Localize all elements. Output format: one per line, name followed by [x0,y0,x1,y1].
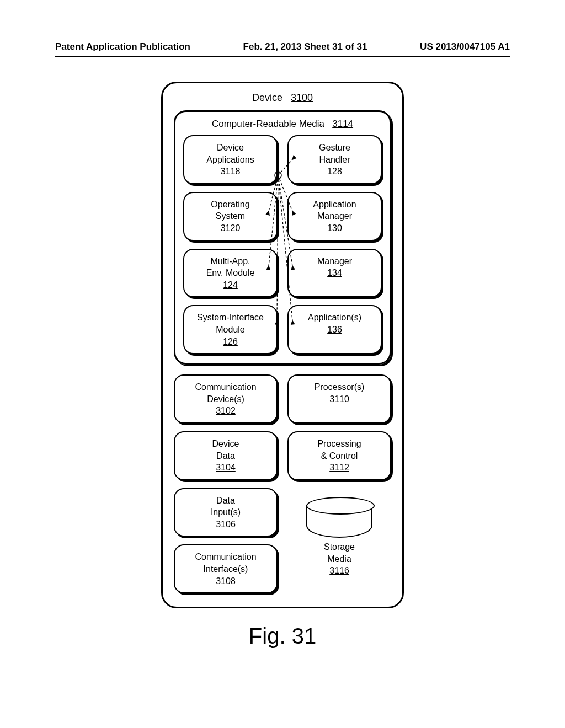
module-line1: Data [216,496,235,505]
module-line1: Device [217,143,244,152]
module-line1: Processor(s) [315,382,365,392]
module-num: 136 [292,324,377,336]
header-center: Feb. 21, 2013 Sheet 31 of 31 [243,41,367,52]
storage-label: Storage Media 3116 [324,541,355,577]
module-line1: Device [212,439,239,448]
figure-caption: Fig. 31 [249,624,316,649]
module-device-data: Device Data 3104 [174,431,278,480]
module-line1: Application [313,200,356,209]
module-line1: Processing [317,439,361,448]
module-num: 134 [292,267,377,279]
module-line1: Multi-App. [210,256,250,266]
module-num: 3120 [188,222,273,234]
module-device-applications: Device Applications 3118 [183,135,278,184]
module-line1: Manager [317,256,352,266]
module-line1: Application(s) [308,313,361,322]
module-line1: Communication [195,552,256,561]
module-communication-interfaces: Communication Interface(s) 3108 [174,544,278,593]
module-line2: Interface(s) [204,564,248,574]
module-applications: Application(s) 136 [287,305,382,354]
module-num: 3104 [178,462,273,474]
module-line2: Manager [317,211,352,221]
module-processors: Processor(s) 3110 [287,374,391,424]
module-line2: Handler [319,155,350,164]
storage-line1: Storage [324,542,355,552]
module-line1: Communication [195,382,256,392]
module-num: 3108 [178,575,273,587]
outer-grid: Communication Device(s) 3102 Processor(s… [174,374,391,593]
module-line2: Module [216,325,244,334]
module-num: 3112 [292,462,387,474]
module-num: 126 [188,336,273,348]
module-line2: Data [216,451,235,461]
header-left: Patent Application Publication [55,41,190,52]
crm-title: Computer-Readable Media 3114 [183,119,382,130]
module-num: 3118 [188,165,273,178]
crm-box: Computer-Readable Media 3114 Device Appl… [174,110,391,365]
module-line1: Gesture [319,143,350,152]
cylinder-icon [306,505,372,538]
left-stack: Data Input(s) 3106 Communication Interfa… [174,488,278,594]
module-num: 128 [292,165,377,178]
module-application-manager: Application Manager 130 [287,192,382,241]
module-line2: System [216,211,245,221]
svg-line-8 [277,175,278,321]
module-line2: Env. Module [206,268,255,277]
module-num: 3102 [178,405,273,417]
crm-label: Computer-Readable Media [212,119,324,129]
module-processing-control: Processing & Control 3112 [287,431,391,480]
storage-media: Storage Media 3116 [287,488,391,594]
device-num: 3100 [291,92,313,103]
module-multi-app-env: Multi-App. Env. Module 124 [183,249,278,298]
figure-area: Device 3100 Computer-Readable Media 3114… [0,77,565,728]
storage-line2: Media [327,554,351,564]
module-num: 3106 [178,518,273,531]
module-line2: Device(s) [207,394,244,404]
module-line2: & Control [321,451,358,461]
module-num: 124 [188,279,273,291]
module-manager: Manager 134 [287,249,382,298]
header-right: US 2013/0047105 A1 [420,41,510,52]
storage-num: 3116 [324,565,355,577]
module-line2: Input(s) [211,507,241,517]
module-data-inputs: Data Input(s) 3106 [174,488,278,537]
device-box: Device 3100 Computer-Readable Media 3114… [161,82,404,608]
crm-num: 3114 [332,119,353,129]
module-num: 130 [292,222,377,234]
module-num: 3110 [292,393,387,405]
module-line1: Operating [211,200,249,209]
module-gesture-handler: Gesture Handler 128 [287,135,382,184]
device-title: Device 3100 [174,92,391,104]
module-system-interface: System-Interface Module 126 [183,305,278,354]
module-operating-system: Operating System 3120 [183,192,278,241]
module-line2: Applications [206,155,254,164]
module-line1: System-Interface [197,313,264,322]
page-header: Patent Application Publication Feb. 21, … [0,41,565,61]
device-label: Device [252,92,282,103]
crm-grid: Device Applications 3118 Gesture Handler… [183,135,382,354]
module-communication-devices: Communication Device(s) 3102 [174,374,278,424]
